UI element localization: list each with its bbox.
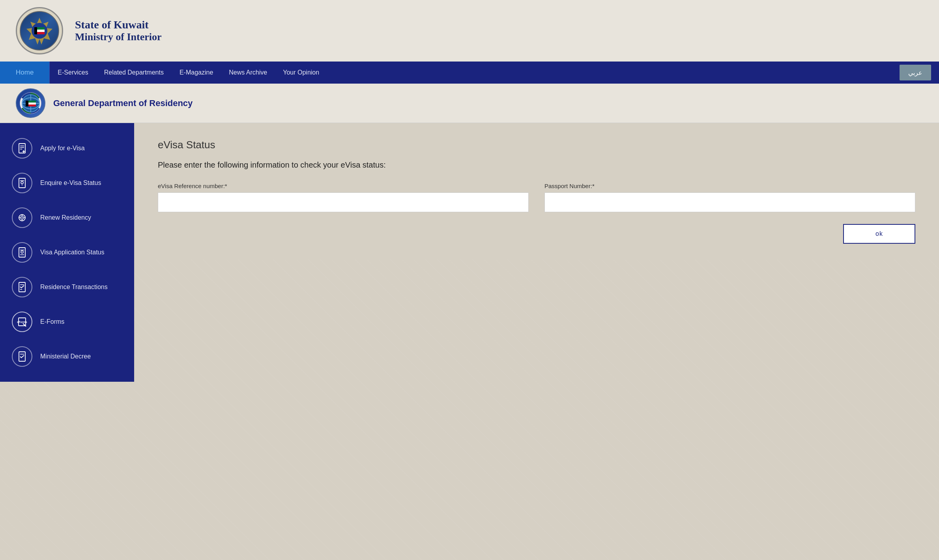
sidebar-label-apply-evisa: Apply for e-Visa	[40, 145, 85, 152]
logo-container	[16, 7, 63, 54]
e-forms-icon: eForms	[12, 312, 32, 332]
nav-item-news-archive[interactable]: News Archive	[229, 62, 267, 83]
header-title: State of Kuwait Ministry of Interior	[75, 19, 162, 43]
page-title: eVisa Status	[158, 139, 915, 151]
page-header: State of Kuwait Ministry of Interior	[0, 0, 939, 62]
passport-field: Passport Number:*	[544, 183, 915, 212]
passport-label: Passport Number:*	[544, 183, 915, 189]
logo-svg	[26, 17, 53, 45]
main-navbar: Home E-Services Related Departments E-Ma…	[0, 62, 939, 84]
evisa-ref-input[interactable]	[158, 192, 529, 212]
svg-rect-31	[19, 248, 25, 257]
sidebar-item-residence-transactions[interactable]: Residence Transactions	[0, 270, 134, 304]
ok-btn-row: ok	[158, 224, 915, 244]
dept-header: General Department of Residency	[0, 84, 939, 123]
evisa-ref-label: eVisa Reference number:*	[158, 183, 529, 189]
sidebar-label-visa-application: Visa Application Status	[40, 249, 104, 256]
sidebar-item-ministerial-decree[interactable]: Ministerial Decree	[0, 339, 134, 374]
ministerial-decree-icon	[12, 346, 32, 367]
nav-item-your-opinion[interactable]: Your Opinion	[283, 62, 319, 83]
page-description: Please enter the following information t…	[158, 159, 915, 171]
svg-point-32	[21, 251, 23, 253]
sidebar-item-e-forms[interactable]: eForms E-Forms	[0, 304, 134, 339]
dept-logo	[16, 88, 45, 118]
form-row: eVisa Reference number:* Passport Number…	[158, 183, 915, 212]
ok-button[interactable]: ok	[843, 224, 915, 244]
sidebar-item-apply-evisa[interactable]: Apply for e-Visa	[0, 131, 134, 166]
svg-rect-42	[19, 352, 25, 361]
svg-text:eForms: eForms	[17, 321, 27, 323]
dept-title: General Department of Residency	[53, 98, 193, 108]
enquire-evisa-icon	[12, 173, 32, 193]
sidebar-label-residence-transactions: Residence Transactions	[40, 284, 108, 291]
content-area: eVisa Status Please enter the following …	[134, 123, 939, 259]
arabic-language-button[interactable]: عربي	[900, 65, 931, 80]
sidebar-label-e-forms: E-Forms	[40, 318, 64, 325]
nav-item-e-magazine[interactable]: E-Magazine	[180, 62, 213, 83]
header-title-line1: State of Kuwait	[75, 19, 162, 31]
sidebar-item-renew-residency[interactable]: Renew Residency	[0, 200, 134, 235]
visa-application-icon	[12, 242, 32, 263]
sidebar: Apply for e-Visa Enquire e-Visa Status	[0, 123, 134, 382]
svg-rect-5	[34, 27, 37, 34]
svg-rect-13	[26, 101, 28, 106]
residence-transactions-icon	[12, 277, 32, 297]
evisa-ref-field: eVisa Reference number:*	[158, 183, 529, 212]
nav-home[interactable]: Home	[0, 62, 50, 84]
ministry-logo	[16, 7, 63, 54]
svg-point-26	[22, 217, 23, 218]
header-title-line2: Ministry of Interior	[75, 31, 162, 43]
nav-item-e-services[interactable]: E-Services	[58, 62, 88, 83]
sidebar-item-visa-application-status[interactable]: Visa Application Status	[0, 235, 134, 270]
renew-residency-icon	[12, 207, 32, 228]
passport-input[interactable]	[544, 192, 915, 212]
main-content: Apply for e-Visa Enquire e-Visa Status	[0, 123, 939, 382]
svg-point-21	[21, 181, 23, 184]
sidebar-item-enquire-evisa[interactable]: Enquire e-Visa Status	[0, 166, 134, 200]
svg-rect-20	[19, 178, 25, 188]
nav-item-related-departments[interactable]: Related Departments	[104, 62, 164, 83]
apply-evisa-icon	[12, 138, 32, 159]
sidebar-label-renew-residency: Renew Residency	[40, 214, 91, 221]
sidebar-label-ministerial-decree: Ministerial Decree	[40, 353, 91, 360]
dept-logo-svg	[21, 93, 41, 113]
nav-items: E-Services Related Departments E-Magazin…	[50, 62, 892, 84]
sidebar-label-enquire-evisa: Enquire e-Visa Status	[40, 179, 101, 187]
